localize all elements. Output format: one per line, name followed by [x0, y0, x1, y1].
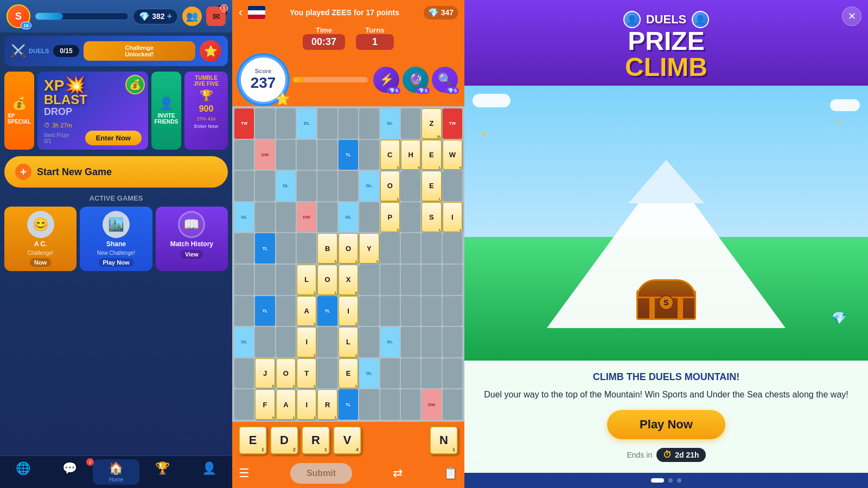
cell-3-5[interactable]: DL: [339, 202, 358, 233]
rack-tile-r[interactable]: R 1: [302, 426, 330, 454]
play-now-button[interactable]: Play Now: [607, 410, 725, 439]
cell-9-8[interactable]: [401, 389, 420, 420]
cell-0-0[interactable]: TW: [234, 108, 254, 139]
cell-0-10[interactable]: TW: [443, 108, 462, 139]
power-btn-3[interactable]: 🔍 💎 5: [432, 67, 458, 93]
gems-plus-button[interactable]: +: [167, 11, 172, 21]
cell-4-6[interactable]: Y4: [359, 233, 379, 264]
cell-4-7[interactable]: [380, 233, 400, 264]
cell-6-10[interactable]: [443, 296, 462, 326]
rack-tile-e[interactable]: E 1: [239, 426, 267, 454]
cell-2-6[interactable]: DL: [359, 171, 379, 201]
cell-5-8[interactable]: [401, 265, 420, 295]
cell-6-8[interactable]: [401, 296, 420, 326]
cell-7-5[interactable]: L1: [339, 327, 358, 357]
cell-6-2[interactable]: [276, 296, 296, 326]
cell-2-1[interactable]: [255, 171, 275, 201]
cell-2-9[interactable]: E1: [422, 171, 441, 201]
cell-6-4[interactable]: TL: [317, 296, 337, 326]
cell-2-0[interactable]: [234, 171, 254, 201]
nav-item-profile[interactable]: 👤: [186, 459, 232, 485]
cell-9-3[interactable]: I1: [297, 389, 316, 420]
cell-4-4[interactable]: B3: [317, 233, 337, 264]
cell-7-2[interactable]: [276, 327, 296, 357]
cell-8-4[interactable]: [317, 358, 337, 389]
cell-8-7[interactable]: [380, 358, 400, 389]
cell-1-4[interactable]: [317, 140, 337, 170]
cell-8-8[interactable]: [401, 358, 420, 389]
cell-7-4[interactable]: [317, 327, 337, 357]
cell-7-9[interactable]: [422, 327, 441, 357]
cell-7-6[interactable]: [359, 327, 379, 357]
cell-3-6[interactable]: [359, 202, 379, 233]
cell-5-0[interactable]: [234, 265, 254, 295]
cell-5-2[interactable]: [276, 265, 296, 295]
cell-3-7[interactable]: P3: [380, 202, 400, 233]
cell-6-1[interactable]: TL: [255, 296, 275, 326]
close-button-right[interactable]: ✕: [842, 7, 861, 26]
cell-0-6[interactable]: [359, 108, 379, 139]
cell-5-1[interactable]: [255, 265, 275, 295]
cell-3-9[interactable]: S1: [422, 202, 441, 233]
nav-item-home[interactable]: 🏠 Home: [93, 459, 139, 485]
game-action-3[interactable]: View: [181, 250, 203, 259]
cell-4-1[interactable]: TL: [255, 233, 275, 264]
rack-tile-d[interactable]: D 2: [270, 426, 298, 454]
carousel-dot-1[interactable]: [651, 478, 664, 483]
cell-4-10[interactable]: [443, 233, 462, 264]
cell-3-0[interactable]: DL: [234, 202, 254, 233]
cell-1-0[interactable]: [234, 140, 254, 170]
cell-0-2[interactable]: [276, 108, 296, 139]
cell-0-9[interactable]: Z10: [422, 108, 441, 139]
cell-1-8[interactable]: H4: [401, 140, 420, 170]
game-card-2[interactable]: 🏙️ Shane New Challenge! Play Now: [80, 207, 152, 271]
cell-0-7[interactable]: DL: [380, 108, 400, 139]
cell-5-5[interactable]: X8: [339, 265, 358, 295]
game-action-2[interactable]: Play Now: [99, 258, 134, 267]
cell-8-10[interactable]: [443, 358, 462, 389]
cell-9-0[interactable]: [234, 389, 254, 420]
cell-8-9[interactable]: [422, 358, 441, 389]
cell-9-4[interactable]: R1: [317, 389, 337, 420]
cell-8-1[interactable]: J8: [255, 358, 275, 389]
cell-9-5[interactable]: TL: [339, 389, 358, 420]
cell-2-2[interactable]: DL: [276, 171, 296, 201]
cell-5-4[interactable]: O1: [317, 265, 337, 295]
cell-5-10[interactable]: [443, 265, 462, 295]
cell-3-3[interactable]: DW: [297, 202, 316, 233]
cell-1-3[interactable]: [297, 140, 316, 170]
cell-9-10[interactable]: [443, 389, 462, 420]
cell-1-2[interactable]: [276, 140, 296, 170]
cell-8-2[interactable]: O1: [276, 358, 296, 389]
cell-6-7[interactable]: [380, 296, 400, 326]
menu-icon[interactable]: ☰: [239, 466, 250, 480]
cell-2-3[interactable]: [297, 171, 316, 201]
cell-0-5[interactable]: [339, 108, 358, 139]
enter-now-button[interactable]: Enter Now: [85, 131, 142, 145]
cell-6-0[interactable]: [234, 296, 254, 326]
back-button[interactable]: ‹: [239, 5, 242, 20]
game-action-1[interactable]: Now: [30, 258, 51, 267]
cell-7-0[interactable]: DL: [234, 327, 254, 357]
cell-2-5[interactable]: [339, 171, 358, 201]
cell-1-7[interactable]: C3: [380, 140, 400, 170]
cell-9-9[interactable]: DW: [422, 389, 441, 420]
cell-9-1[interactable]: F4: [255, 389, 275, 420]
game-card-3[interactable]: 📖 Match History View: [156, 207, 228, 271]
cell-9-2[interactable]: A1: [276, 389, 296, 420]
carousel-dot-2[interactable]: [668, 478, 673, 483]
power-btn-1[interactable]: ⚡ 💎 5: [373, 67, 399, 93]
cell-4-2[interactable]: [276, 233, 296, 264]
cell-6-6[interactable]: [359, 296, 379, 326]
cell-7-7[interactable]: DL: [380, 327, 400, 357]
rack-tile-n[interactable]: N 1: [430, 426, 458, 454]
rack-tile-v[interactable]: V 4: [333, 426, 361, 454]
cell-7-10[interactable]: [443, 327, 462, 357]
cell-6-5[interactable]: I1: [339, 296, 358, 326]
cell-9-7[interactable]: [380, 389, 400, 420]
cell-4-0[interactable]: [234, 233, 254, 264]
cell-8-0[interactable]: [234, 358, 254, 389]
cell-5-9[interactable]: [422, 265, 441, 295]
cell-0-3[interactable]: DL: [297, 108, 316, 139]
cell-5-3[interactable]: L1: [297, 265, 316, 295]
